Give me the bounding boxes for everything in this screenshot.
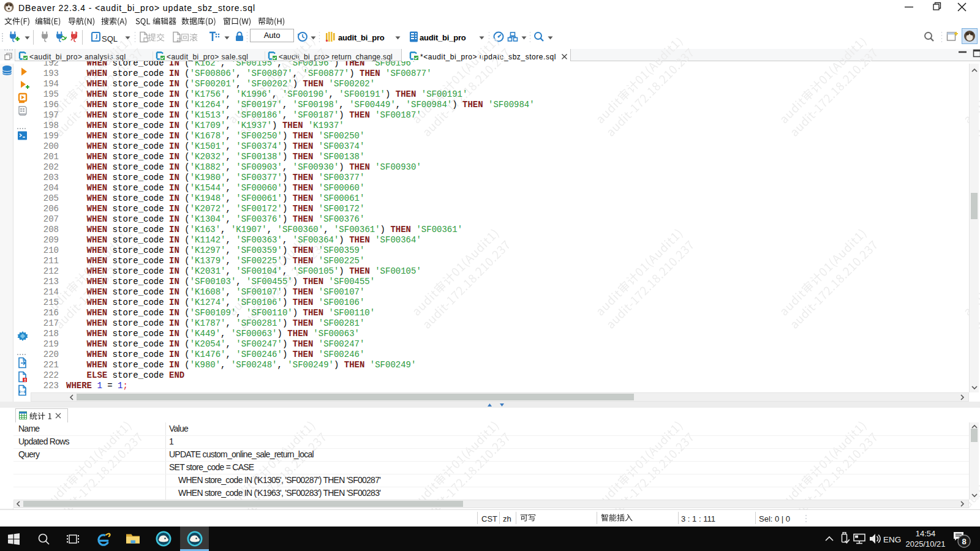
- svg-text:8: 8: [962, 537, 966, 546]
